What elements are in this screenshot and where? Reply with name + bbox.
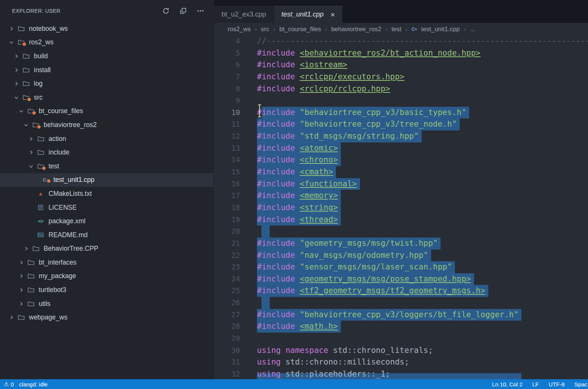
code-line-5[interactable]: 5#include <behaviortree_ros2/bt_action_n… xyxy=(214,47,588,59)
chevron-down-icon[interactable] xyxy=(17,108,25,114)
breadcrumb-item-test[interactable]: test xyxy=(391,26,401,33)
clangd-status[interactable]: clangd: idle xyxy=(19,381,48,387)
tree-item-utils[interactable]: utils xyxy=(0,297,213,311)
chevron-right-icon[interactable] xyxy=(8,315,15,320)
tree-item-my_package[interactable]: my_package xyxy=(0,269,213,283)
tree-item-turtlebot3[interactable]: turtlebot3 xyxy=(0,283,213,297)
line-number[interactable]: 23 xyxy=(214,261,257,273)
code-line-13[interactable]: 13#include <atomic> xyxy=(214,142,588,154)
code-line-27[interactable]: 27#include "behaviortree_cpp_v3/loggers/… xyxy=(214,309,588,321)
tree-item-log[interactable]: log xyxy=(0,77,213,91)
line-number[interactable]: 28 xyxy=(214,321,257,333)
chevron-down-icon[interactable] xyxy=(22,122,30,128)
chevron-right-icon[interactable] xyxy=(17,273,25,279)
status-item-spac[interactable]: Spac xyxy=(574,381,587,387)
line-number[interactable]: 29 xyxy=(214,333,257,345)
status-item-ln-10-col-2[interactable]: Ln 10, Col 2 xyxy=(492,381,523,387)
tree-item-bt_interfaces[interactable]: bt_interfaces xyxy=(0,256,213,269)
tree-item-webpage_ws[interactable]: webpage_ws xyxy=(0,310,213,324)
chevron-right-icon[interactable] xyxy=(12,81,20,86)
breadcrumb-item-src[interactable]: src xyxy=(261,26,269,33)
code-line-8[interactable]: 8#include <rclcpp/rclcpp.hpp> xyxy=(214,83,588,95)
tree-item-install[interactable]: install xyxy=(0,63,213,77)
line-number[interactable]: 25 xyxy=(214,285,257,297)
chevron-down-icon[interactable] xyxy=(12,95,20,100)
tree-item-action[interactable]: action xyxy=(0,132,213,146)
line-number[interactable]: 5 xyxy=(214,47,257,59)
line-number[interactable]: 24 xyxy=(214,273,257,285)
code-line-18[interactable]: 18#include <string> xyxy=(214,202,588,214)
tree-item-test[interactable]: test xyxy=(0,159,213,173)
code-line-17[interactable]: 17#include <memory> xyxy=(214,190,588,202)
breadcrumb-item-bt_course_files[interactable]: bt_course_files xyxy=(279,26,321,33)
refresh-icon[interactable] xyxy=(162,7,170,15)
tree-item-LICENSE[interactable]: LICENSE xyxy=(0,201,213,215)
tree-item-include[interactable]: include xyxy=(0,145,213,159)
line-number[interactable]: 4 xyxy=(214,35,257,47)
code-line-12[interactable]: 12#include "std_msgs/msg/string.hpp" xyxy=(214,130,588,142)
tree-item-src[interactable]: src xyxy=(0,91,213,104)
line-number[interactable]: 19 xyxy=(214,214,257,226)
chevron-down-icon[interactable] xyxy=(8,39,15,45)
line-number[interactable]: 22 xyxy=(214,250,257,262)
chevron-right-icon[interactable] xyxy=(22,246,30,251)
breadcrumb-item-...[interactable]: ... xyxy=(470,26,475,33)
code-line-7[interactable]: 7#include <rclcpp/executors.hpp> xyxy=(214,71,588,83)
code-line-20[interactable]: 20 xyxy=(214,226,588,238)
code-line-4[interactable]: 4//-------------------------------------… xyxy=(214,35,588,47)
line-number[interactable]: 32 xyxy=(214,368,257,379)
close-icon[interactable]: × xyxy=(330,11,335,18)
line-number[interactable]: 11 xyxy=(214,118,257,130)
code-editor[interactable]: 4//-------------------------------------… xyxy=(214,35,588,379)
line-number[interactable]: 12 xyxy=(214,130,257,142)
tree-item-BehaviorTree.CPP[interactable]: BehaviorTree.CPP xyxy=(0,242,213,256)
problems-indicator[interactable]: ⚠ 0 xyxy=(4,381,14,387)
code-line-11[interactable]: 11#include "behaviortree_cpp_v3/tree_nod… xyxy=(214,118,588,130)
code-line-14[interactable]: 14#include <chrono> xyxy=(214,154,588,166)
tree-item-CMakeLists.txt[interactable]: ▲CMakeLists.txt xyxy=(0,187,213,201)
tree-item-build[interactable]: build xyxy=(0,49,213,63)
line-number[interactable]: 8 xyxy=(214,83,257,95)
tree-item-package.xml[interactable]: <>package.xml xyxy=(0,214,213,228)
chevron-right-icon[interactable] xyxy=(27,136,35,142)
tree-item-test_unit1.cpp[interactable]: C+test_unit1.cpp xyxy=(0,173,213,187)
line-number[interactable]: 26 xyxy=(214,297,257,309)
status-item-lf[interactable]: LF xyxy=(532,381,539,387)
line-number[interactable]: 30 xyxy=(214,345,257,357)
tab-bt_u2_ex3.cpp[interactable]: bt_u2_ex3.cpp xyxy=(214,6,274,23)
code-line-22[interactable]: 22#include "nav_msgs/msg/odometry.hpp" xyxy=(214,250,588,262)
chevron-down-icon[interactable] xyxy=(27,163,35,169)
chevron-right-icon[interactable] xyxy=(12,67,20,73)
line-number[interactable]: 20 xyxy=(214,226,257,238)
chevron-right-icon[interactable] xyxy=(17,287,25,293)
open-editors-icon[interactable] xyxy=(179,7,187,15)
line-number[interactable]: 31 xyxy=(214,356,257,368)
chevron-right-icon[interactable] xyxy=(12,53,20,59)
status-item-utf-8[interactable]: UTF-8 xyxy=(548,381,565,387)
code-line-25[interactable]: 25#include <tf2_geometry_msgs/tf2_geomet… xyxy=(214,285,588,297)
line-number[interactable]: 14 xyxy=(214,154,257,166)
chevron-right-icon[interactable] xyxy=(17,260,25,265)
tree-item-behaviortree_ros2[interactable]: behaviortree_ros2 xyxy=(0,118,213,132)
chevron-right-icon[interactable] xyxy=(17,301,25,307)
code-line-29[interactable]: 29 xyxy=(214,333,588,345)
tab-test_unit1.cpp[interactable]: test_unit1.cpp× xyxy=(274,6,343,23)
line-number[interactable]: 21 xyxy=(214,238,257,250)
line-number[interactable]: 6 xyxy=(214,59,257,71)
line-number[interactable]: 7 xyxy=(214,71,257,83)
line-number[interactable]: 15 xyxy=(214,166,257,178)
code-line-32[interactable]: 32using std::placeholders::_1; xyxy=(214,368,588,379)
more-actions-icon[interactable] xyxy=(197,7,204,15)
breadcrumb-item-behaviortree_ros2[interactable]: behaviortree_ros2 xyxy=(331,26,381,33)
code-line-16[interactable]: 16#include <functional> xyxy=(214,178,588,190)
code-line-6[interactable]: 6#include <iostream> xyxy=(214,59,588,71)
code-line-30[interactable]: 30using namespace std::chrono_literals; xyxy=(214,345,588,357)
code-line-24[interactable]: 24#include <geometry_msgs/msg/pose_stamp… xyxy=(214,273,588,285)
chevron-right-icon[interactable] xyxy=(8,26,15,32)
code-line-31[interactable]: 31using std::chrono::milliseconds; xyxy=(214,356,588,368)
line-number[interactable]: 16 xyxy=(214,178,257,190)
code-line-28[interactable]: 28#include <math.h> xyxy=(214,321,588,333)
line-number[interactable]: 17 xyxy=(214,190,257,202)
line-number[interactable]: 13 xyxy=(214,142,257,154)
code-line-23[interactable]: 23#include "sensor_msgs/msg/laser_scan.h… xyxy=(214,261,588,273)
